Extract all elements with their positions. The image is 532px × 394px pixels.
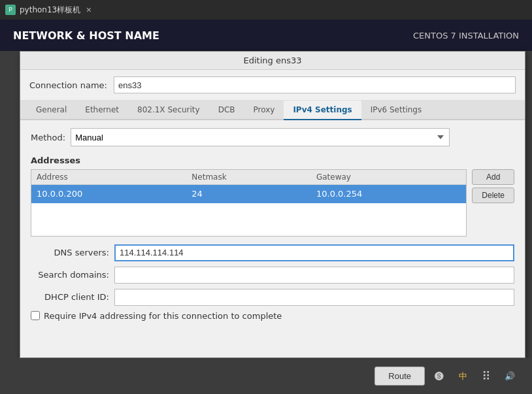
connection-name-row: Connection name: xyxy=(20,70,525,101)
dns-input-wrap xyxy=(114,244,514,261)
tab-label: python13样板机 xyxy=(20,5,80,16)
dhcp-client-id-input[interactable] xyxy=(114,289,514,306)
connection-name-input[interactable] xyxy=(114,76,516,93)
tab-ipv4-settings[interactable]: IPv4 Settings xyxy=(284,101,361,120)
taskbar-icon-1: 🅢 xyxy=(430,367,448,386)
bottom-bar: Route 🅢 中 ⠿ 🔊 xyxy=(0,358,532,394)
cell-netmask: 24 xyxy=(186,185,311,203)
app-icon: P xyxy=(5,5,16,15)
dhcp-client-id-label: DHCP client ID: xyxy=(31,292,109,302)
taskbar-icon-dots: ⠿ xyxy=(477,367,495,386)
route-button[interactable]: Route xyxy=(374,367,425,386)
tabs-bar: General Ethernet 802.1X Security DCB Pro… xyxy=(20,101,525,120)
dns-row: DNS servers: xyxy=(31,244,514,261)
tab-ethernet[interactable]: Ethernet xyxy=(76,101,128,120)
addresses-table: Address Netmask Gateway 10.0.0.200 24 10… xyxy=(31,170,466,236)
address-buttons: Add Delete xyxy=(472,169,514,237)
dns-input[interactable] xyxy=(114,244,514,261)
method-select[interactable]: Manual xyxy=(71,128,450,146)
centos-install-label: CENTOS 7 INSTALLATION xyxy=(413,31,519,41)
network-host-name-title: NETWORK & HOST NAME xyxy=(13,29,159,42)
connection-name-label: Connection name: xyxy=(29,80,107,90)
search-domains-label: Search domains: xyxy=(31,270,109,280)
dhcp-client-id-row: DHCP client ID: xyxy=(31,289,514,306)
ipv4-checkbox-label: Require IPv4 addressing for this connect… xyxy=(44,311,282,321)
delete-address-button[interactable]: Delete xyxy=(472,188,514,203)
close-icon[interactable]: ✕ xyxy=(86,6,91,14)
addresses-section-title: Addresses xyxy=(31,156,514,165)
tab-general[interactable]: General xyxy=(27,101,76,120)
top-header: NETWORK & HOST NAME CENTOS 7 INSTALLATIO… xyxy=(0,20,532,51)
col-gateway: Gateway xyxy=(311,170,466,185)
taskbar-icon-lang: 中 xyxy=(454,367,472,386)
title-bar: P python13样板机 ✕ xyxy=(0,0,532,20)
addresses-table-wrap: Address Netmask Gateway 10.0.0.200 24 10… xyxy=(31,169,467,237)
dialog-title: Editing ens33 xyxy=(20,52,525,70)
search-domains-row: Search domains: xyxy=(31,267,514,284)
addresses-area: Address Netmask Gateway 10.0.0.200 24 10… xyxy=(31,169,514,237)
dns-label: DNS servers: xyxy=(31,248,109,257)
editing-dialog: Editing ens33 Connection name: General E… xyxy=(20,51,525,358)
method-row: Method: Manual xyxy=(31,128,514,146)
empty-table-row xyxy=(31,203,466,236)
search-domains-input[interactable] xyxy=(114,267,514,284)
add-address-button[interactable]: Add xyxy=(472,169,514,185)
cell-address: 10.0.0.200 xyxy=(31,185,186,203)
tab-ipv6-settings[interactable]: IPv6 Settings xyxy=(361,101,431,120)
tab-8021x-security[interactable]: 802.1X Security xyxy=(128,101,209,120)
col-netmask: Netmask xyxy=(186,170,311,185)
col-address: Address xyxy=(31,170,186,185)
tab-proxy[interactable]: Proxy xyxy=(244,101,284,120)
tab-content: Method: Manual Addresses Address Netmask… xyxy=(20,120,525,335)
method-label: Method: xyxy=(31,133,65,142)
table-row[interactable]: 10.0.0.200 24 10.0.0.254 xyxy=(31,185,466,203)
ipv4-checkbox[interactable] xyxy=(31,311,40,320)
ipv4-checkbox-row: Require IPv4 addressing for this connect… xyxy=(31,311,514,321)
taskbar-icon-sound: 🔊 xyxy=(501,367,519,386)
tab-dcb[interactable]: DCB xyxy=(209,101,244,120)
cell-gateway: 10.0.0.254 xyxy=(311,185,466,203)
